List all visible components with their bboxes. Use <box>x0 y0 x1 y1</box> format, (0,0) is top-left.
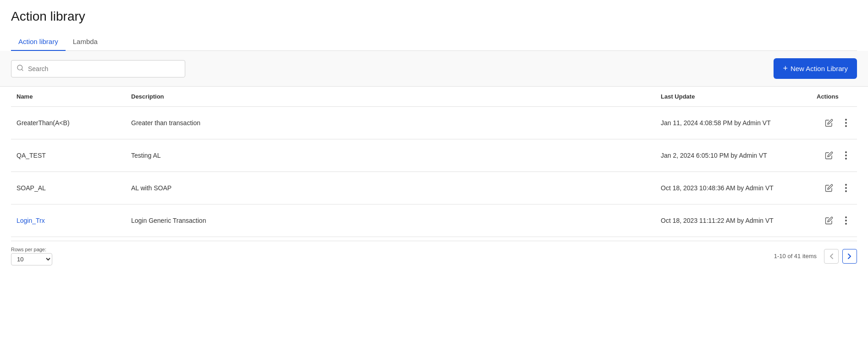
col-header-name: Name <box>11 87 126 107</box>
new-action-library-button[interactable]: + New Action Library <box>774 58 857 79</box>
rows-per-page-container: Rows per page: 5 10 25 50 <box>11 247 52 265</box>
pagination-info: 1-10 of 41 items <box>774 253 817 260</box>
row-last-update-0: Jan 11, 2024 4:08:58 PM by Admin VT <box>655 107 811 139</box>
data-table: Name Description Last Update Actions Gre… <box>11 87 857 237</box>
pagination-next-button[interactable] <box>842 249 857 264</box>
row-description-1: Testing AL <box>126 139 655 172</box>
tabs-container: Action library Lambda <box>11 33 857 51</box>
table-header-row: Name Description Last Update Actions <box>11 87 857 107</box>
edit-button-3[interactable] <box>823 215 835 226</box>
more-icon-0 <box>842 117 850 129</box>
more-options-button-2[interactable] <box>840 180 851 196</box>
pagination-prev-button[interactable] <box>824 249 839 264</box>
row-last-update-3: Oct 18, 2023 11:11:22 AM by Admin VT <box>655 204 811 237</box>
row-name-1: QA_TEST <box>17 152 46 159</box>
edit-button-0[interactable] <box>823 117 835 129</box>
more-icon-3 <box>842 215 850 226</box>
row-last-update-2: Oct 18, 2023 10:48:36 AM by Admin VT <box>655 172 811 204</box>
row-description-0: Greater than transaction <box>126 107 655 139</box>
row-name-0: GreaterThan(A<B) <box>17 119 70 127</box>
more-options-button-1[interactable] <box>840 148 851 163</box>
search-input[interactable] <box>11 60 185 77</box>
toolbar: + New Action Library <box>0 51 868 87</box>
new-action-button-label: New Action Library <box>791 65 848 72</box>
col-header-description: Description <box>126 87 655 107</box>
more-icon-1 <box>842 149 850 161</box>
svg-line-1 <box>22 69 23 71</box>
page-title: Action library <box>11 9 857 24</box>
search-icon <box>17 64 24 73</box>
tab-lambda[interactable]: Lambda <box>66 33 105 51</box>
col-header-last-update: Last Update <box>655 87 811 107</box>
row-actions-0 <box>811 107 857 139</box>
tab-action-library[interactable]: Action library <box>11 33 66 51</box>
row-actions-3 <box>811 204 857 237</box>
edit-button-2[interactable] <box>823 182 835 194</box>
table-row: Login_TrxLogin Generic TransactionOct 18… <box>11 204 857 237</box>
page-container: Action library Action library Lambda + N… <box>0 0 868 348</box>
rows-per-page-label: Rows per page: <box>11 247 52 252</box>
footer: Rows per page: 5 10 25 50 1-10 of 41 ite… <box>11 241 857 267</box>
table-row: SOAP_ALAL with SOAPOct 18, 2023 10:48:36… <box>11 172 857 204</box>
row-description-3: Login Generic Transaction <box>126 204 655 237</box>
plus-icon: + <box>783 64 788 73</box>
col-header-actions: Actions <box>811 87 857 107</box>
row-last-update-1: Jan 2, 2024 6:05:10 PM by Admin VT <box>655 139 811 172</box>
more-icon-2 <box>842 182 850 194</box>
row-actions-2 <box>811 172 857 204</box>
more-options-button-3[interactable] <box>840 213 851 228</box>
row-description-2: AL with SOAP <box>126 172 655 204</box>
pagination: 1-10 of 41 items <box>774 249 857 264</box>
rows-per-page-select[interactable]: 5 10 25 50 <box>11 253 52 265</box>
table-row: GreaterThan(A<B)Greater than transaction… <box>11 107 857 139</box>
row-name-2: SOAP_AL <box>17 184 46 192</box>
search-wrapper <box>11 60 185 77</box>
row-actions-1 <box>811 139 857 172</box>
more-options-button-0[interactable] <box>840 115 851 131</box>
edit-button-1[interactable] <box>823 149 835 161</box>
row-name-link-3[interactable]: Login_Trx <box>17 217 45 224</box>
content-area: Name Description Last Update Actions Gre… <box>11 87 857 237</box>
table-row: QA_TESTTesting ALJan 2, 2024 6:05:10 PM … <box>11 139 857 172</box>
